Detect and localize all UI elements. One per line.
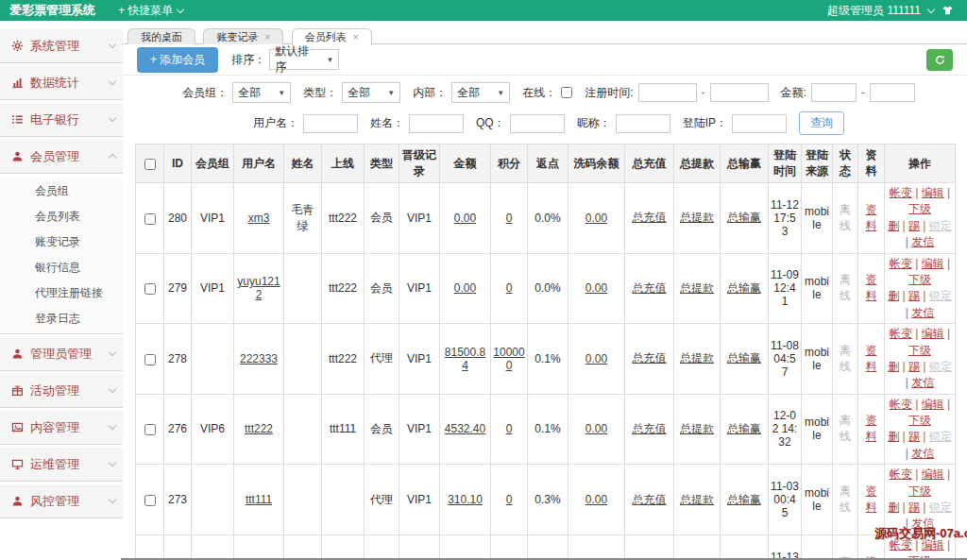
profile-link[interactable]: 资料 — [866, 414, 877, 443]
op-link[interactable]: 编辑 — [922, 186, 944, 199]
username-link[interactable]: ttt111 — [246, 493, 272, 506]
sidebar-item-admins[interactable]: 管理员管理 — [0, 337, 123, 371]
sidebar-item-members[interactable]: 会员管理 — [0, 140, 123, 174]
op-link[interactable]: 锁定 — [929, 430, 952, 443]
op-link[interactable]: 发信 — [911, 235, 934, 248]
sidebar-item-agent-reg-link[interactable]: 代理注册链接 — [0, 280, 123, 306]
op-link[interactable]: 下级 — [908, 273, 931, 286]
wash-balance-link[interactable]: 0.00 — [585, 281, 607, 295]
search-button[interactable]: 查询 — [799, 111, 844, 135]
amount-link[interactable]: 0.00 — [454, 281, 476, 295]
op-link[interactable]: 踢 — [908, 219, 920, 232]
tab-my-desktop[interactable]: 我的桌面 — [127, 28, 195, 44]
total-withdraw-link[interactable]: 总提款 — [680, 211, 714, 224]
amount-link[interactable]: 4532.40 — [445, 422, 485, 435]
amount-link[interactable]: 310.10 — [448, 493, 483, 506]
username-link[interactable]: yuyu1212 — [237, 275, 280, 301]
member-group-select[interactable]: 全部▼ — [232, 82, 291, 103]
reg-time-end-input[interactable] — [710, 83, 769, 102]
op-link[interactable]: 发信 — [911, 447, 934, 460]
total-withdraw-link[interactable]: 总提款 — [680, 351, 714, 365]
op-link[interactable]: 帐变 — [890, 398, 912, 411]
sidebar-item-ebank[interactable]: 电子银行 — [0, 103, 123, 137]
username-link[interactable]: xm3 — [248, 212, 270, 225]
sidebar-item-risk[interactable]: 风控管理 — [0, 484, 123, 518]
op-link[interactable]: 踢 — [908, 360, 920, 373]
online-checkbox[interactable] — [561, 87, 572, 98]
sidebar-item-content[interactable]: 内容管理 — [0, 411, 123, 445]
close-icon[interactable]: × — [264, 32, 270, 42]
wash-balance-link[interactable]: 0.00 — [585, 352, 607, 365]
op-link[interactable]: 删 — [888, 430, 899, 443]
total-winloss-link[interactable]: 总输赢 — [727, 351, 761, 365]
op-link[interactable]: 发信 — [911, 306, 934, 319]
points-link[interactable]: 0 — [506, 212, 513, 225]
nickname-input[interactable] — [616, 114, 670, 133]
total-recharge-link[interactable]: 总充值 — [633, 422, 667, 435]
sidebar-item-member-groups[interactable]: 会员组 — [0, 178, 123, 204]
points-link[interactable]: 0 — [506, 493, 513, 506]
row-checkbox[interactable] — [144, 283, 156, 295]
op-link[interactable]: 编辑 — [922, 398, 944, 411]
amount-min-input[interactable] — [811, 83, 857, 102]
internal-select[interactable]: 全部▼ — [451, 82, 510, 103]
sidebar-item-account-changes[interactable]: 账变记录 — [0, 229, 123, 255]
sidebar-item-bank-info[interactable]: 银行信息 — [0, 255, 123, 280]
username-link[interactable]: ttt222 — [245, 422, 273, 435]
op-link[interactable]: 删 — [888, 289, 899, 302]
total-recharge-link[interactable]: 总充值 — [633, 351, 667, 365]
op-link[interactable]: 编辑 — [922, 257, 944, 270]
wash-balance-link[interactable]: 0.00 — [585, 422, 607, 435]
op-link[interactable]: 锁定 — [929, 501, 952, 514]
select-all-checkbox[interactable] — [144, 159, 156, 170]
total-withdraw-link[interactable]: 总提款 — [680, 493, 714, 506]
sidebar-item-operations[interactable]: 运维管理 — [0, 448, 123, 482]
current-user-menu[interactable]: 超级管理员 111111 — [827, 3, 921, 19]
points-link[interactable]: 0 — [506, 281, 513, 295]
tab-account-changes[interactable]: 账变记录× — [203, 28, 283, 44]
total-withdraw-link[interactable]: 总提款 — [680, 422, 714, 435]
op-link[interactable]: 踢 — [908, 289, 920, 302]
amount-max-input[interactable] — [870, 83, 915, 102]
reg-time-start-input[interactable] — [638, 83, 697, 102]
quick-menu-button[interactable]: + 快捷菜单 — [118, 3, 183, 19]
op-link[interactable]: 发信 — [911, 376, 934, 389]
op-link[interactable]: 下级 — [908, 344, 931, 357]
name-input[interactable] — [409, 114, 464, 133]
sidebar-item-login-log[interactable]: 登录日志 — [0, 306, 123, 331]
username-link[interactable]: 222333 — [240, 352, 278, 365]
profile-link[interactable]: 资料 — [866, 273, 877, 302]
sidebar-item-statistics[interactable]: 数据统计 — [0, 66, 123, 100]
sidebar-item-system[interactable]: 系统管理 — [0, 29, 123, 63]
op-link[interactable]: 踢 — [908, 430, 920, 443]
total-winloss-link[interactable]: 总输赢 — [727, 493, 761, 506]
op-link[interactable]: 帐变 — [890, 327, 912, 340]
profile-link[interactable]: 资料 — [866, 344, 877, 373]
total-winloss-link[interactable]: 总输赢 — [727, 422, 761, 435]
op-link[interactable]: 帐变 — [890, 257, 912, 270]
total-recharge-link[interactable]: 总充值 — [633, 281, 667, 295]
amount-link[interactable]: 81500.84 — [445, 346, 485, 372]
total-winloss-link[interactable]: 总输赢 — [727, 281, 761, 295]
profile-link[interactable]: 资料 — [866, 484, 877, 514]
add-member-button[interactable]: + 添加会员 — [137, 47, 218, 73]
total-recharge-link[interactable]: 总充值 — [633, 211, 667, 224]
wash-balance-link[interactable]: 0.00 — [585, 493, 607, 506]
op-link[interactable]: 删 — [888, 360, 899, 373]
op-link[interactable]: 帐变 — [890, 467, 912, 481]
op-link[interactable]: 删 — [888, 501, 899, 514]
tab-member-list[interactable]: 会员列表× — [292, 28, 372, 45]
amount-link[interactable]: 0.00 — [454, 212, 476, 225]
op-link[interactable]: 锁定 — [929, 360, 952, 373]
login-ip-input[interactable] — [732, 114, 787, 133]
type-select[interactable]: 全部▼ — [342, 82, 400, 103]
op-link[interactable]: 编辑 — [922, 327, 944, 340]
op-link[interactable]: 踢 — [908, 501, 920, 514]
sidebar-item-activities[interactable]: 活动管理 — [0, 374, 123, 408]
points-link[interactable]: 100000 — [493, 346, 524, 372]
close-icon[interactable]: × — [353, 32, 359, 42]
total-recharge-link[interactable]: 总充值 — [633, 493, 667, 506]
op-link[interactable]: 删 — [888, 219, 899, 232]
sort-select[interactable]: 默认排序 ▼ — [269, 49, 339, 70]
row-checkbox[interactable] — [144, 213, 156, 225]
